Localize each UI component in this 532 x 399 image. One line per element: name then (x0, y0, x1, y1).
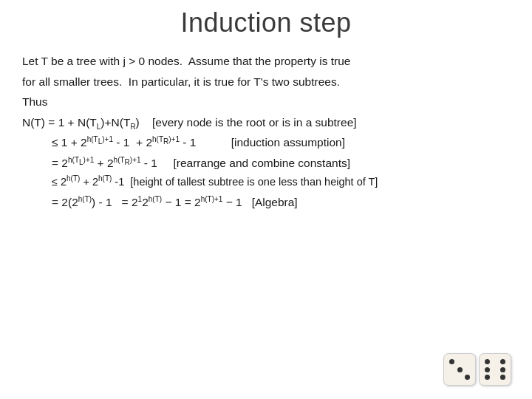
content-line-leq2: ≤ 2h(T) + 2h(T) -1 [height of tallest su… (52, 174, 510, 191)
content-line-eq3: = 2(2h(T)) - 1 = 212h(T) − 1 = 2h(T)+1 −… (52, 193, 510, 212)
dice-decoration (443, 353, 511, 386)
dot (449, 359, 454, 364)
die-1 (443, 353, 476, 386)
dot (457, 367, 463, 372)
content-line-2: for all smaller trees. In particular, it… (22, 72, 510, 92)
content-line-3: Thus (22, 92, 510, 112)
content-line-1: Let T be a tree with j > 0 nodes. Assume… (22, 52, 510, 71)
page-container: Induction step Let T be a tree with j > … (0, 0, 532, 399)
die-2 (479, 353, 511, 386)
dot (485, 375, 490, 380)
dot (500, 359, 505, 364)
content-line-leq1: ≤ 1 + 2h(TL)+1 - 1 + 2h(TR)+1 - 1 [induc… (52, 133, 510, 152)
dot (500, 367, 505, 372)
dot (500, 375, 505, 380)
content-area: Let T be a tree with j > 0 nodes. Assume… (22, 52, 510, 212)
dot (465, 375, 470, 380)
dot (485, 367, 490, 372)
content-line-eq2: = 2h(TL)+1 + 2h(TR)+1 - 1 [rearrange and… (52, 154, 510, 173)
page-title: Induction step (22, 7, 510, 38)
dot (485, 359, 490, 364)
content-line-nt: N(T) = 1 + N(TL)+N(TR) [every node is th… (22, 113, 510, 132)
